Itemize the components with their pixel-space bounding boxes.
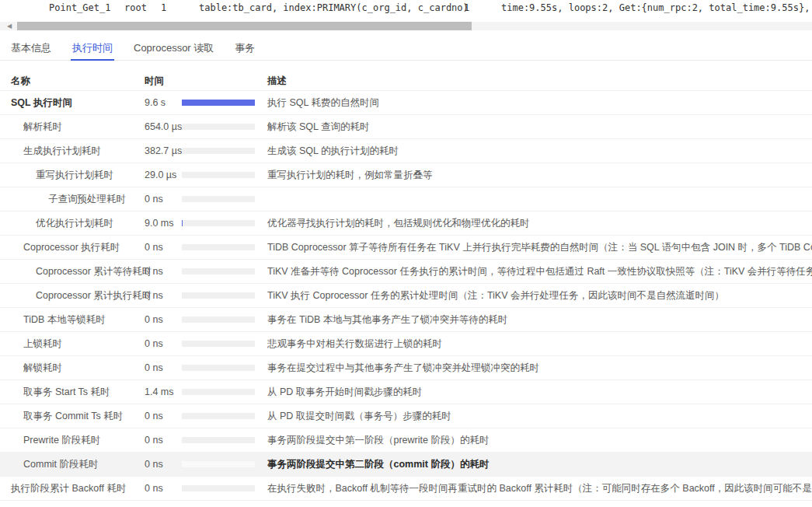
metric-bar (182, 148, 255, 154)
tab-basic-info[interactable]: 基本信息 (11, 36, 51, 61)
metric-time: 0 ns (145, 435, 163, 446)
metric-time: 382.7 µs (145, 145, 182, 156)
table-row[interactable]: 子查询预处理耗时 0 ns (0, 187, 812, 212)
metric-bar (182, 124, 255, 130)
table-row[interactable]: 重写执行计划耗时 29.0 µs 重写执行计划的耗时，例如常量折叠等 (0, 163, 812, 187)
metric-description: 悲观事务中对相关行数据进行上锁的耗时 (267, 337, 812, 351)
metric-bar-fill (182, 220, 183, 226)
plan-est-rows: 1 (161, 2, 166, 13)
tab-transaction[interactable]: 事务 (235, 36, 255, 61)
table-row[interactable]: 执行阶段累计 Backoff 耗时 0 ns 在执行失败时，Backoff 机制… (0, 477, 812, 501)
metric-description: TiDB Coprocessor 算子等待所有任务在 TiKV 上并行执行完毕耗… (267, 241, 812, 254)
metric-time: 654.0 µs (145, 121, 182, 132)
tab-execution-time[interactable]: 执行时间 (72, 36, 113, 61)
metric-description: TiKV 执行 Coprocessor 任务的累计处理时间（注：TiKV 会并行… (267, 289, 812, 302)
metric-name: 重写执行计划耗时 (36, 169, 113, 182)
table-row[interactable]: Coprocessor 执行耗时 0 ns TiDB Coprocessor 算… (0, 236, 812, 260)
metric-time: 0 ns (145, 483, 163, 494)
metric-name: 上锁耗时 (23, 337, 62, 351)
metric-bar (182, 220, 255, 226)
table-row[interactable]: 优化执行计划耗时 9.0 ms 优化器寻找执行计划的耗时，包括规则优化和物理优化… (0, 212, 812, 236)
metric-name: Coprocessor 执行耗时 (23, 241, 120, 254)
metric-time: 9.0 ms (145, 218, 174, 229)
scroll-left-arrow-icon[interactable]: ◀ (5, 22, 14, 30)
metric-bar (182, 437, 255, 443)
table-row[interactable]: 取事务 Commit Ts 耗时 0 ns 从 PD 取提交时间戳（事务号）步骤… (0, 404, 812, 428)
metric-name: 解析耗时 (23, 121, 62, 134)
metric-name: SQL 执行时间 (11, 96, 72, 110)
metric-name: Coprocessor 累计等待耗时 (36, 265, 152, 278)
plan-execution-info: time:9.55s, loops:2, Get:{num_rpc:2, tot… (501, 2, 812, 13)
metric-name: 子查询预处理耗时 (48, 193, 126, 206)
metric-time: 0 ns (145, 194, 163, 205)
metric-time: 0 ns (145, 338, 163, 349)
plan-operator: Point_Get_1 (49, 2, 110, 13)
metric-bar (182, 413, 255, 419)
metric-name: 执行阶段累计 Backoff 耗时 (11, 482, 126, 495)
metric-time: 0 ns (145, 290, 163, 301)
metric-bar (182, 292, 255, 299)
metric-bar (182, 341, 255, 347)
metric-description: 解析该 SQL 查询的耗时 (267, 121, 812, 134)
metric-description: 从 PD 取提交时间戳（事务号）步骤的耗时 (267, 410, 812, 423)
metric-description: 事务在 TiDB 本地与其他事务产生了锁冲突并等待的耗时 (267, 313, 812, 327)
plan-task: root (124, 2, 147, 13)
metric-bar (182, 485, 255, 491)
metric-time: 0 ns (145, 362, 163, 373)
table-row[interactable]: Prewrite 阶段耗时 0 ns 事务两阶段提交中第一阶段（prewrite… (0, 428, 812, 453)
horizontal-scrollbar[interactable]: ◀ (0, 22, 812, 30)
metric-time: 0 ns (145, 242, 163, 253)
metric-time: 0 ns (145, 459, 163, 470)
metric-time: 1.4 ms (145, 386, 174, 397)
metric-description: 从 PD 取事务开始时间戳步骤的耗时 (267, 386, 812, 399)
metric-bar (182, 461, 255, 467)
table-row[interactable]: 解析耗时 654.0 µs 解析该 SQL 查询的耗时 (0, 115, 812, 139)
table-row[interactable]: SQL 执行时间 9.6 s 执行 SQL 耗费的自然时间 (0, 91, 812, 115)
header-time: 时间 (145, 75, 164, 88)
metric-description: 在执行失败时，Backoff 机制等待一段时间再重试时的 Backoff 累计耗… (267, 482, 812, 495)
table-row[interactable]: TiDB 本地等锁耗时 0 ns 事务在 TiDB 本地与其他事务产生了锁冲突并… (0, 308, 812, 332)
plan-access-object: table:tb_card, index:PRIMARY(c_org_id, c… (199, 2, 469, 13)
tab-coprocessor-read[interactable]: Coprocessor 读取 (134, 36, 214, 61)
table-row[interactable]: Coprocessor 累计等待耗时 0 ns TiKV 准备并等待 Copro… (0, 260, 812, 284)
scrollbar-thumb[interactable] (17, 22, 472, 30)
metric-time: 29.0 µs (145, 170, 176, 180)
metric-description: 生成该 SQL 的执行计划的耗时 (267, 145, 812, 158)
metric-time: 0 ns (145, 411, 163, 421)
metric-name: 取事务 Commit Ts 耗时 (23, 410, 123, 423)
table-row[interactable]: 解锁耗时 0 ns 事务在提交过程中与其他事务产生了锁冲突并处理锁冲突的耗时 (0, 356, 812, 380)
metric-time: 9.6 s (145, 97, 166, 108)
metric-name: Coprocessor 累计执行耗时 (36, 289, 152, 302)
metric-description: 优化器寻找执行计划的耗时，包括规则优化和物理优化的耗时 (267, 217, 812, 230)
metric-description: 事务在提交过程中与其他事务产生了锁冲突并处理锁冲突的耗时 (267, 362, 812, 375)
metric-name: Prewrite 阶段耗时 (23, 434, 100, 447)
table-row[interactable]: 生成执行计划耗时 382.7 µs 生成该 SQL 的执行计划的耗时 (0, 139, 812, 163)
header-name: 名称 (11, 75, 30, 88)
table-row[interactable]: Coprocessor 累计执行耗时 0 ns TiKV 执行 Coproces… (0, 284, 812, 308)
metric-description: 事务两阶段提交中第一阶段（prewrite 阶段）的耗时 (267, 434, 812, 447)
detail-tabbar: 基本信息 执行时间 Coprocessor 读取 事务 (0, 36, 812, 61)
table-row[interactable]: 上锁耗时 0 ns 悲观事务中对相关行数据进行上锁的耗时 (0, 332, 812, 356)
metric-name: TiDB 本地等锁耗时 (23, 313, 106, 327)
metric-name: 取事务 Start Ts 耗时 (23, 386, 110, 399)
metric-bar (182, 316, 255, 323)
execution-time-table: 名称 时间 描述 SQL 执行时间 9.6 s 执行 SQL 耗费的自然时间 解… (0, 74, 812, 501)
metric-description: 执行 SQL 耗费的自然时间 (267, 96, 812, 110)
metric-bar (182, 172, 255, 178)
metric-bar (182, 196, 255, 202)
metric-description: 事务两阶段提交中第二阶段（commit 阶段）的耗时 (267, 458, 812, 471)
table-row[interactable]: Commit 阶段耗时 0 ns 事务两阶段提交中第二阶段（commit 阶段）… (0, 453, 812, 477)
metric-description: TiKV 准备并等待 Coprocessor 任务执行的累计时间，等待过程中包括… (267, 265, 812, 278)
metric-name: 优化执行计划耗时 (36, 217, 113, 230)
metric-bar (182, 365, 255, 371)
metric-bar-fill (182, 100, 255, 106)
metric-bar (182, 268, 255, 274)
metric-time: 0 ns (145, 314, 163, 325)
table-body: SQL 执行时间 9.6 s 执行 SQL 耗费的自然时间 解析耗时 654.0… (0, 91, 812, 501)
metric-name: 生成执行计划耗时 (23, 145, 101, 158)
plan-act-rows: 1 (464, 2, 469, 13)
table-header-row: 名称 时间 描述 (0, 74, 812, 91)
table-row[interactable]: 取事务 Start Ts 耗时 1.4 ms 从 PD 取事务开始时间戳步骤的耗… (0, 380, 812, 404)
metric-bar (182, 244, 255, 250)
plan-table-row[interactable]: Point_Get_1 root 1 table:tb_card, index:… (0, 0, 812, 19)
